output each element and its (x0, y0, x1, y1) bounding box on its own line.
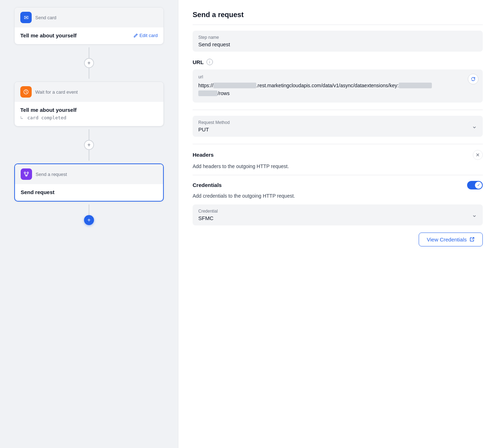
send-card-title-row: Tell me about yourself Edit card (20, 32, 158, 38)
wait-card-body: Tell me about yourself ↳ card completed (15, 102, 163, 126)
svg-point-1 (24, 172, 26, 173)
send-card-body: Tell me about yourself Edit card (15, 27, 163, 44)
url-redacted-3 (198, 90, 218, 96)
request-icon-svg (23, 171, 29, 177)
flow-canvas: ✉ Send card Tell me about yourself Edit … (0, 0, 178, 448)
request-method-content: Request Method PUT (198, 120, 230, 132)
url-divider (193, 110, 483, 110)
url-label: url (198, 74, 477, 79)
view-credentials-row: View Credentials (193, 233, 483, 246)
credential-label: Credential (198, 209, 218, 214)
headers-close-button[interactable]: ✕ (473, 150, 483, 160)
external-link-icon (470, 237, 475, 242)
view-credentials-button[interactable]: View Credentials (419, 233, 483, 246)
url-section-title-row: URL i (193, 59, 483, 65)
add-step-button-2[interactable]: + (84, 140, 94, 150)
headers-description: Add headers to the outgoing HTTP request… (193, 163, 483, 169)
url-refresh-button[interactable] (468, 74, 478, 84)
wait-icon-svg (23, 89, 29, 95)
credential-select[interactable]: Credential SFMC ⌄ (193, 204, 483, 225)
step-name-field[interactable]: Step name Send request (193, 31, 483, 52)
right-panel: Send a request Step name Send request UR… (178, 0, 497, 448)
url-redacted-2 (399, 83, 432, 88)
refresh-icon (471, 77, 476, 82)
add-step-button-bottom[interactable]: + (84, 215, 94, 225)
edit-icon (133, 33, 138, 38)
wait-card-icon (20, 86, 32, 98)
connector-2: + (84, 126, 94, 163)
headers-divider (193, 175, 483, 175)
request-method-label: Request Method (198, 120, 230, 125)
credential-chevron: ⌄ (472, 211, 477, 219)
send-card-header: ✉ Send card (15, 7, 163, 27)
svg-point-2 (27, 172, 28, 173)
request-method-chevron: ⌄ (472, 122, 477, 130)
request-card-header-label: Send a request (36, 172, 67, 177)
url-section-title: URL (193, 59, 204, 65)
send-card-header-label: Send card (35, 15, 56, 20)
step-name-label: Step name (198, 35, 477, 40)
send-card-title: Tell me about yourself (20, 32, 77, 38)
wait-card-header: Wait for a card event (15, 82, 163, 102)
view-credentials-label: View Credentials (427, 236, 467, 243)
add-step-button-1[interactable]: + (84, 58, 94, 68)
url-redacted-1 (213, 83, 256, 88)
wait-card-header-label: Wait for a card event (35, 89, 78, 95)
edit-card-link[interactable]: Edit card (133, 33, 158, 38)
title-divider (193, 25, 483, 25)
credentials-description: Add credentials to the outgoing HTTP req… (193, 193, 483, 199)
request-card[interactable]: Send a request Send request (14, 163, 164, 202)
connector-bottom: + (84, 202, 94, 228)
credential-content: Credential SFMC (198, 209, 218, 221)
connector-line-1 (89, 47, 89, 58)
send-card: ✉ Send card Tell me about yourself Edit … (14, 7, 164, 45)
connector-line-2b (89, 150, 89, 161)
url-box[interactable]: url https:// .rest.marketingcloudapis.co… (193, 69, 483, 103)
wait-card-title: Tell me about yourself (20, 107, 158, 113)
wait-card: Wait for a card event Tell me about your… (14, 82, 164, 126)
method-divider (193, 144, 483, 144)
request-method-select[interactable]: Request Method PUT ⌄ (193, 116, 483, 137)
request-card-header: Send a request (15, 164, 163, 184)
connector-line-2 (89, 129, 89, 140)
request-method-value: PUT (198, 126, 230, 132)
credentials-toggle-wrapper: ✓ (467, 181, 483, 189)
wait-card-subtitle: ↳ card completed (20, 115, 158, 120)
headers-title: Headers (193, 152, 214, 158)
connector-1: + (84, 45, 94, 82)
request-card-title: Send request (21, 189, 157, 195)
url-info-icon[interactable]: i (206, 59, 213, 65)
url-text: https:// .rest.marketingcloudapis.com/da… (198, 82, 477, 98)
send-card-icon: ✉ (20, 12, 32, 23)
step-name-value: Send request (198, 41, 477, 47)
toggle-knob: ✓ (475, 182, 482, 189)
connector-line-1b (89, 68, 89, 79)
credentials-section-row: Credentials ✓ (193, 181, 483, 189)
panel-title: Send a request (193, 11, 483, 19)
request-card-icon (21, 168, 32, 180)
credential-value: SFMC (198, 215, 218, 221)
arrow-icon: ↳ (20, 115, 23, 120)
connector-line-bottom (89, 204, 89, 215)
credentials-toggle[interactable]: ✓ (467, 181, 483, 189)
request-card-body: Send request (15, 184, 163, 201)
credentials-title: Credentials (193, 182, 222, 188)
headers-section-row: Headers ✕ (193, 150, 483, 160)
